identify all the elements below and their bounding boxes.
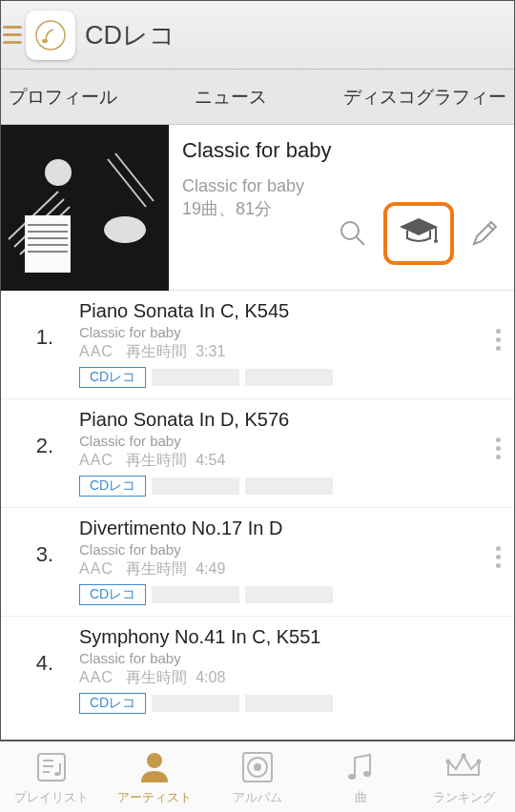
track-artist: Classic for baby — [79, 433, 505, 449]
title-bar: CDレコ — [1, 1, 514, 70]
svg-point-3 — [45, 159, 72, 186]
svg-line-15 — [488, 225, 493, 230]
track-meta: AAC 再生時間 4:08 — [79, 668, 505, 688]
track-meta: AAC 再生時間 4:49 — [79, 559, 505, 579]
track-row[interactable]: 1. Piano Sonata In C, K545 Classic for b… — [1, 291, 514, 399]
tab-playlist[interactable]: プレイリスト — [0, 741, 103, 812]
more-icon[interactable] — [496, 546, 501, 568]
track-bar-segment — [152, 477, 239, 495]
tab-news[interactable]: ニュース — [195, 85, 267, 110]
track-meta: AAC 再生時間 4:54 — [79, 451, 505, 471]
tab-discography[interactable]: ディスコグラフィー — [343, 85, 506, 110]
svg-point-30 — [477, 760, 482, 764]
track-bar-segment — [152, 586, 239, 603]
ranking-icon — [443, 747, 484, 787]
album-art — [1, 125, 169, 291]
app-icon — [26, 10, 75, 60]
svg-point-28 — [446, 760, 451, 764]
track-bar-segment — [152, 369, 239, 386]
track-bar-segment — [152, 695, 239, 712]
svg-point-25 — [255, 764, 260, 770]
svg-point-26 — [348, 774, 356, 780]
svg-point-29 — [462, 754, 466, 759]
svg-point-4 — [104, 216, 146, 243]
tab-album[interactable]: アルバム — [206, 741, 309, 812]
track-row[interactable]: 3. Divertimento No.17 In D Classic for b… — [1, 508, 514, 617]
album-title: Classic for baby — [182, 138, 503, 163]
track-number: 2. — [10, 409, 79, 458]
cdreco-badge: CDレコ — [79, 476, 146, 497]
track-artist: Classic for baby — [79, 650, 505, 666]
tab-profile[interactable]: プロフィール — [9, 85, 117, 110]
track-title: Piano Sonata In C, K545 — [79, 300, 505, 322]
svg-point-1 — [42, 39, 48, 43]
svg-point-0 — [36, 21, 65, 50]
cdreco-badge: CDレコ — [79, 693, 146, 714]
svg-rect-5 — [25, 215, 71, 273]
segment-tabs: プロフィール ニュース ディスコグラフィー — [1, 70, 514, 125]
track-title: Piano Sonata In D, K576 — [79, 409, 505, 431]
svg-point-11 — [341, 222, 359, 239]
track-row[interactable]: 4. Symphony No.41 In C, K551 Classic for… — [1, 617, 514, 712]
track-bar-segment — [245, 695, 333, 712]
track-bar-segment — [245, 586, 333, 603]
app-title: CDレコ — [85, 18, 175, 52]
track-artist: Classic for baby — [79, 541, 505, 558]
tab-artist[interactable]: アーティスト — [103, 741, 206, 812]
svg-point-22 — [147, 753, 162, 768]
track-artist: Classic for baby — [79, 324, 505, 340]
artist-icon — [135, 747, 174, 787]
edit-icon[interactable] — [464, 213, 505, 254]
track-bar-segment — [245, 477, 333, 495]
svg-point-27 — [363, 771, 371, 777]
cdreco-badge: CDレコ — [79, 584, 146, 605]
track-number: 4. — [10, 626, 79, 676]
bottom-tab-bar: プレイリスト アーティスト アルバム 曲 — [0, 740, 515, 812]
graduation-cap-icon[interactable] — [398, 215, 440, 252]
tab-ranking[interactable]: ランキング — [412, 741, 515, 812]
track-number: 1. — [10, 300, 79, 350]
track-bar-segment — [245, 369, 333, 386]
search-icon[interactable] — [332, 213, 374, 254]
more-icon[interactable] — [496, 329, 501, 351]
track-title: Divertimento No.17 In D — [79, 518, 505, 539]
more-icon[interactable] — [496, 437, 501, 459]
cdreco-badge: CDレコ — [79, 367, 146, 388]
track-row[interactable]: 2. Piano Sonata In D, K576 Classic for b… — [1, 399, 514, 508]
svg-point-14 — [434, 239, 438, 243]
track-title: Symphony No.41 In C, K551 — [79, 626, 505, 648]
track-meta: AAC 再生時間 3:31 — [79, 342, 505, 362]
song-icon — [341, 747, 380, 787]
tab-song[interactable]: 曲 — [309, 741, 412, 812]
playlist-icon — [32, 747, 71, 787]
track-number: 3. — [10, 518, 79, 567]
menu-button[interactable] — [3, 26, 22, 44]
graduation-button-highlight — [383, 202, 454, 265]
svg-line-12 — [357, 237, 364, 245]
album-icon — [238, 747, 277, 787]
album-artist: Classic for baby — [182, 174, 503, 197]
track-list: 1. Piano Sonata In C, K545 Classic for b… — [1, 291, 514, 712]
